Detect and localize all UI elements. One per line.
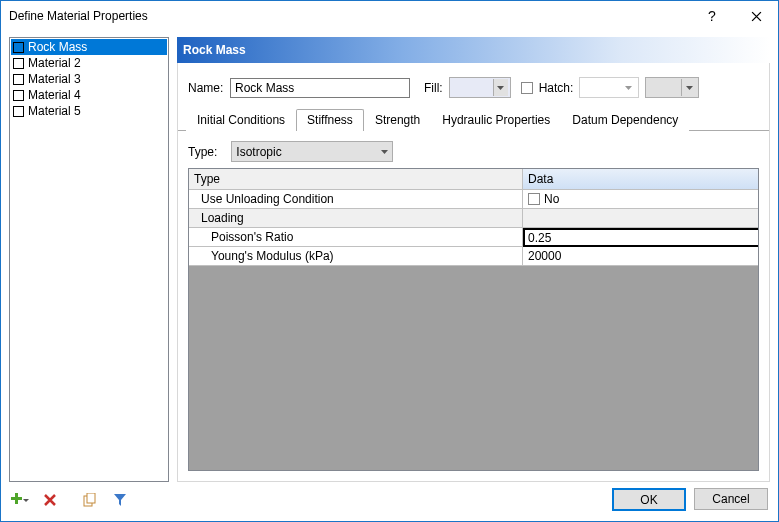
ok-button[interactable]: OK: [612, 488, 686, 511]
material-swatch: [13, 90, 24, 101]
content-panel: Rock Mass Name: Fill: Hatch:: [177, 37, 770, 482]
dialog-body: Rock Mass Material 2 Material 3 Material…: [1, 31, 778, 521]
cell-poisson-label: Poisson's Ratio: [189, 228, 523, 247]
material-swatch: [13, 42, 24, 53]
tab-stiffness[interactable]: Stiffness: [296, 109, 364, 131]
material-item-4[interactable]: Material 4: [11, 87, 167, 103]
copy-button[interactable]: [81, 491, 99, 509]
add-material-button[interactable]: [11, 491, 29, 509]
filter-icon: [113, 493, 127, 507]
cell-loading-group: Loading: [189, 209, 523, 228]
grid-empty-area: [189, 266, 758, 470]
svg-rect-3: [87, 493, 95, 503]
material-label: Material 2: [28, 56, 81, 70]
cell-young-value[interactable]: 20000: [523, 247, 758, 266]
chevron-down-icon: [621, 79, 636, 96]
bottom-bar: OK Cancel: [9, 482, 770, 513]
cell-unloading-label: Use Unloading Condition: [189, 190, 523, 209]
cell-loading-group-data: [523, 209, 758, 228]
tab-content-stiffness: Type: Isotropic Type Data: [178, 131, 769, 481]
type-label: Type:: [188, 145, 217, 159]
delete-material-button[interactable]: [41, 491, 59, 509]
material-swatch: [13, 106, 24, 117]
copy-icon: [83, 493, 97, 507]
type-row: Type: Isotropic: [188, 141, 759, 162]
row-poisson: Poisson's Ratio 0.25: [189, 228, 758, 247]
main-area: Rock Mass Material 2 Material 3 Material…: [9, 37, 770, 482]
material-swatch: [13, 74, 24, 85]
stiffness-grid: Type Data Use Unloading Condition No: [188, 168, 759, 471]
material-item-rock-mass[interactable]: Rock Mass: [11, 39, 167, 55]
close-button[interactable]: [734, 1, 778, 31]
cancel-button[interactable]: Cancel: [694, 488, 768, 510]
fill-color-select[interactable]: [449, 77, 511, 98]
materials-list[interactable]: Rock Mass Material 2 Material 3 Material…: [9, 37, 169, 482]
panel-body: Name: Fill: Hatch:: [177, 63, 770, 482]
hatch-checkbox[interactable]: Hatch:: [521, 81, 574, 95]
row-young: Young's Modulus (kPa) 20000: [189, 247, 758, 266]
help-button[interactable]: ?: [690, 1, 734, 31]
delete-icon: [43, 493, 57, 507]
plus-icon: [11, 493, 29, 507]
material-label: Material 3: [28, 72, 81, 86]
tab-strength[interactable]: Strength: [364, 109, 431, 131]
row-loading-group: Loading: [189, 209, 758, 228]
hatch-color-select[interactable]: [645, 77, 699, 98]
titlebar: Define Material Properties ?: [1, 1, 778, 31]
cell-poisson-value[interactable]: 0.25: [523, 228, 758, 247]
filter-button[interactable]: [111, 491, 129, 509]
tab-datum[interactable]: Datum Dependency: [561, 109, 689, 131]
cell-young-label: Young's Modulus (kPa): [189, 247, 523, 266]
stiffness-type-select[interactable]: Isotropic: [231, 141, 393, 162]
row-unloading: Use Unloading Condition No: [189, 190, 758, 209]
col-header-data[interactable]: Data: [523, 169, 758, 190]
window-title: Define Material Properties: [9, 9, 690, 23]
checkbox-icon: [521, 82, 533, 94]
close-icon: [751, 11, 762, 22]
hatch-pattern-select[interactable]: [579, 77, 639, 98]
material-swatch: [13, 58, 24, 69]
toolbar-left: [11, 491, 129, 509]
material-label: Material 5: [28, 104, 81, 118]
fill-label: Fill:: [424, 81, 443, 95]
grid-header: Type Data: [189, 169, 758, 190]
property-tabs: Initial Conditions Stiffness Strength Hy…: [178, 108, 769, 131]
tab-initial-conditions[interactable]: Initial Conditions: [186, 109, 296, 131]
cell-unloading-value[interactable]: No: [523, 190, 758, 209]
hatch-label: Hatch:: [539, 81, 574, 95]
material-label: Material 4: [28, 88, 81, 102]
panel-heading: Rock Mass: [177, 37, 770, 63]
dialog-window: Define Material Properties ? Rock Mass M…: [0, 0, 779, 522]
col-header-type[interactable]: Type: [189, 169, 523, 190]
chevron-down-icon: [493, 79, 508, 96]
chevron-down-icon: [681, 79, 696, 96]
material-item-2[interactable]: Material 2: [11, 55, 167, 71]
toolbar-right: OK Cancel: [612, 488, 768, 511]
checkbox-icon: [528, 193, 540, 205]
svg-rect-1: [11, 497, 22, 500]
name-label: Name:: [188, 81, 224, 95]
unloading-value-text: No: [544, 192, 559, 206]
chevron-down-icon: [381, 150, 388, 154]
material-item-5[interactable]: Material 5: [11, 103, 167, 119]
name-row: Name: Fill: Hatch:: [178, 63, 769, 108]
name-input[interactable]: [230, 78, 410, 98]
tab-hydraulic[interactable]: Hydraulic Properties: [431, 109, 561, 131]
material-label: Rock Mass: [28, 40, 87, 54]
material-item-3[interactable]: Material 3: [11, 71, 167, 87]
type-value: Isotropic: [236, 145, 281, 159]
